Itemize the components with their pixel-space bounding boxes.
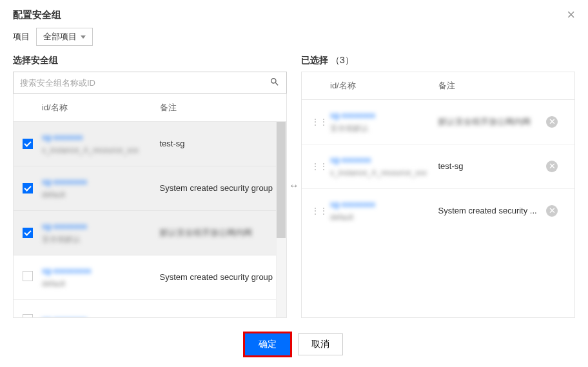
checkbox[interactable] — [23, 139, 33, 149]
table-row[interactable]: ⋮⋮sg-xxxxxxxx安全组默认默认安全组开放公网内网✕ — [302, 100, 574, 144]
remark: test-sg — [160, 139, 185, 148]
drag-handle-icon[interactable]: ⋮⋮ — [311, 206, 328, 216]
scrollbar-track[interactable] — [276, 122, 286, 317]
remark: System created security group — [160, 272, 273, 282]
checkbox[interactable] — [23, 183, 33, 193]
checkbox[interactable] — [23, 271, 33, 281]
drag-handle-icon[interactable]: ⋮⋮ — [311, 117, 328, 127]
sg-name: 安全组默认 — [42, 233, 160, 246]
sg-name: default — [330, 212, 438, 224]
remark: test-sg — [438, 161, 464, 171]
checkbox[interactable] — [23, 228, 33, 238]
search-input[interactable] — [20, 78, 270, 88]
remove-icon[interactable]: ✕ — [546, 205, 558, 217]
sg-name: default — [42, 189, 160, 201]
remove-icon[interactable]: ✕ — [546, 161, 558, 172]
selected-count: （3） — [331, 55, 354, 65]
search-box[interactable] — [13, 72, 287, 94]
project-select[interactable]: 全部项目 — [36, 28, 93, 46]
sg-id[interactable]: sg-xxxxxxxx — [42, 175, 160, 189]
left-panel-title: 选择安全组 — [13, 54, 287, 66]
remark: System created security group — [160, 315, 273, 318]
confirm-button[interactable]: 确定 — [245, 333, 290, 355]
sg-id[interactable]: sg-xxxxxxxx — [330, 109, 438, 123]
dialog-title: 配置安全组 — [13, 9, 575, 21]
remark: 默认安全组开放公网内网 — [438, 117, 531, 126]
sg-id[interactable]: sg-xxxxxxx — [42, 131, 160, 144]
table-row[interactable]: ⋮⋮sg-xxxxxxxx_instance_A_resource_xxxtes… — [302, 144, 574, 189]
remark: System created security group — [160, 183, 273, 193]
sg-name: x_instance_A_resource_xxx — [42, 144, 160, 157]
table-row[interactable]: sg-xxxxxxxx安全组默认默认安全组开放公网内网 — [14, 211, 286, 255]
scrollbar-thumb[interactable] — [277, 122, 286, 238]
cancel-button[interactable]: 取消 — [298, 333, 343, 355]
remark: System created security ... — [438, 206, 537, 215]
sg-name: default — [42, 278, 160, 290]
right-col-remark: 备注 — [438, 80, 547, 92]
table-row[interactable]: ⋮⋮sg-xxxxxxxxdefaultSystem created secur… — [302, 189, 574, 233]
table-row[interactable]: sg-xxxxxxxxxdefaultSystem created securi… — [14, 255, 286, 300]
left-list-header: id/名称 备注 — [13, 94, 287, 122]
left-list-body: sg-xxxxxxxx_instance_A_resource_xxxtest-… — [13, 122, 287, 318]
right-list-body: ⋮⋮sg-xxxxxxxx安全组默认默认安全组开放公网内网✕⋮⋮sg-xxxxx… — [301, 100, 575, 318]
left-col-id: id/名称 — [42, 102, 160, 114]
table-row[interactable]: sg-xxxxxxxxdefaultSystem created securit… — [14, 166, 286, 211]
remark: 默认安全组开放公网内网 — [160, 228, 252, 237]
project-label: 项目 — [13, 31, 30, 43]
sg-id[interactable]: sg-xxxxxxxx — [42, 313, 160, 318]
right-col-id: id/名称 — [330, 80, 438, 92]
search-icon[interactable] — [270, 77, 280, 89]
sg-id[interactable]: sg-xxxxxxxx — [330, 198, 438, 212]
table-row[interactable]: sg-xxxxxxxx_instance_A_resource_xxxtest-… — [14, 122, 286, 166]
checkbox[interactable] — [23, 314, 33, 318]
right-panel-title: 已选择（3） — [301, 54, 575, 66]
sg-id[interactable]: sg-xxxxxxx — [330, 154, 438, 167]
sg-name: 安全组默认 — [330, 123, 438, 135]
remove-icon[interactable]: ✕ — [546, 116, 558, 128]
sg-name: x_instance_A_resource_xxx — [330, 167, 438, 179]
table-row[interactable]: sg-xxxxxxxxSystem created security group — [14, 300, 286, 318]
sg-id[interactable]: sg-xxxxxxxx — [42, 220, 160, 233]
close-icon[interactable]: × — [567, 8, 575, 22]
drag-handle-icon[interactable]: ⋮⋮ — [311, 161, 328, 172]
chevron-down-icon — [81, 35, 86, 39]
right-list-header: id/名称 备注 — [301, 72, 575, 100]
project-select-value: 全部项目 — [43, 31, 77, 43]
sg-id[interactable]: sg-xxxxxxxxx — [42, 264, 160, 278]
transfer-icon: ↔ — [289, 180, 299, 192]
left-col-remark: 备注 — [160, 102, 278, 114]
